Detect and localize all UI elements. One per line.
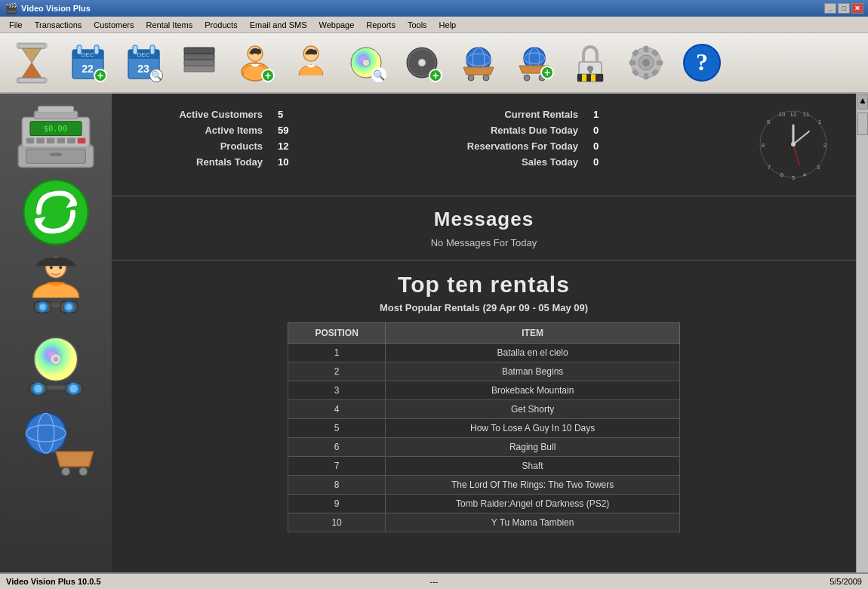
sidebar-register[interactable]: $0.00 [14, 101, 97, 169]
scrollbar-thumb[interactable] [857, 113, 868, 135]
svg-point-28 [313, 53, 315, 55]
sales-today-value: 0 [593, 156, 623, 168]
svg-point-30 [362, 59, 370, 66]
table-row: 1Batalla en el cielo [288, 344, 680, 362]
svg-point-102 [62, 467, 70, 476]
item-cell: Get Shorty [386, 400, 680, 419]
main-layout: $0.00 [0, 94, 868, 572]
status-date: 5/5/2009 [577, 577, 862, 586]
menu-products[interactable]: Products [199, 19, 243, 31]
svg-rect-73 [78, 138, 85, 143]
new-customer-button[interactable]: + [229, 37, 281, 88]
menu-webpage[interactable]: Webpage [312, 19, 360, 31]
active-customers-value: 5 [278, 109, 308, 120]
cash-register-icon: $0.00 [14, 101, 97, 169]
svg-point-91 [54, 357, 58, 362]
svg-point-38 [483, 75, 489, 81]
table-row: 6Raging Bull [288, 438, 680, 457]
disc-binoculars-icon [14, 332, 97, 400]
stats-section: Active Customers 5 Active Items 59 Produ… [112, 94, 856, 196]
cart-search-icon [459, 43, 498, 82]
svg-rect-54 [629, 60, 636, 65]
svg-rect-77 [38, 106, 73, 113]
hourglass-icon [13, 42, 51, 84]
scrollbar[interactable]: ▲ [856, 94, 868, 572]
active-items-label: Active Items [127, 125, 263, 136]
settings-icon [626, 43, 666, 82]
help-icon: ? [682, 43, 722, 82]
restore-button[interactable]: □ [838, 3, 850, 14]
rentals-section: Top ten rentals Most Popular Rentals (29… [112, 261, 856, 544]
svg-rect-53 [644, 73, 648, 79]
sidebar-search-disc[interactable] [14, 332, 97, 400]
svg-rect-7 [94, 45, 99, 54]
sidebar-search-customer[interactable] [14, 255, 97, 323]
returns-button[interactable] [174, 37, 225, 88]
security-button[interactable] [565, 37, 616, 88]
svg-point-23 [251, 53, 254, 55]
table-row: 2Batman Begins [288, 362, 680, 381]
svg-text:6: 6 [780, 171, 784, 178]
menu-reports[interactable]: Reports [360, 19, 402, 31]
stat-rentals-due: Rentals Due Today 0 [442, 125, 623, 136]
svg-text:11: 11 [803, 111, 810, 118]
hourglass-button[interactable] [6, 37, 57, 88]
svg-text:7: 7 [768, 164, 771, 171]
help-button[interactable]: ? [676, 37, 728, 88]
add-rental-button[interactable]: 22 DEC + [62, 37, 113, 88]
settings-button[interactable] [620, 37, 672, 88]
svg-rect-96 [47, 386, 66, 390]
status-bar: Video Vision Plus 10.0.5 --- 5/5/2009 [0, 572, 868, 589]
svg-point-103 [79, 467, 88, 476]
svg-point-27 [307, 53, 309, 55]
svg-point-61 [642, 59, 650, 66]
customer-edit-icon [292, 43, 330, 82]
disc-search-button[interactable]: 🔍 [341, 37, 392, 88]
sidebar-cart[interactable] [14, 409, 97, 477]
stat-current-rentals: Current Rentals 1 [442, 109, 623, 120]
cart-search-button[interactable] [453, 37, 504, 88]
svg-point-97 [34, 385, 42, 393]
disc-add-button[interactable]: + [397, 37, 448, 88]
search-rental-button[interactable]: 23 DEC 🔍 [118, 37, 169, 88]
table-row: 7Shaft [288, 457, 680, 476]
edit-customer-button[interactable] [285, 37, 337, 88]
search-customer-icon [14, 255, 97, 323]
menu-email-sms[interactable]: Email and SMS [244, 19, 313, 31]
col-item: ITEM [386, 323, 680, 344]
title-bar: 🎬 Video Vision Plus _ □ ✕ [0, 0, 868, 17]
svg-point-32 [418, 59, 426, 66]
table-row: 9Tomb Raider:Angel of Darkness (PS2) [288, 495, 680, 513]
svg-rect-52 [644, 46, 648, 52]
item-cell: Brokeback Mountain [386, 381, 680, 400]
minimize-button[interactable]: _ [824, 3, 836, 14]
cart-add-button[interactable]: + [509, 37, 560, 88]
svg-point-37 [468, 75, 474, 81]
rentals-due-label: Rentals Due Today [442, 125, 578, 136]
clock-icon: 12 1 2 3 4 5 6 7 8 9 10 11 [758, 109, 830, 180]
sidebar: $0.00 [0, 94, 112, 572]
lock-icon [571, 42, 609, 84]
svg-rect-2 [17, 43, 47, 48]
menu-tools[interactable]: Tools [402, 19, 433, 31]
close-button[interactable]: ✕ [851, 3, 863, 14]
menu-transactions[interactable]: Transactions [29, 19, 88, 31]
item-cell: Batalla en el cielo [386, 344, 680, 362]
rentals-due-value: 0 [593, 125, 623, 136]
item-cell: Tomb Raider:Angel of Darkness (PS2) [386, 495, 680, 513]
scrollbar-up[interactable]: ▲ [857, 94, 868, 109]
app-icon: 🎬 [5, 2, 17, 14]
svg-point-81 [59, 266, 62, 269]
toolbar: 22 DEC + 23 DEC 🔍 [0, 33, 868, 94]
menu-rental-items[interactable]: Rental Items [140, 19, 199, 31]
svg-rect-18 [184, 54, 214, 60]
sidebar-refresh[interactable] [14, 178, 97, 246]
current-rentals-value: 1 [593, 109, 623, 120]
svg-rect-17 [184, 60, 214, 66]
position-cell: 4 [288, 400, 386, 419]
status-mid: --- [291, 577, 577, 586]
item-cell: Raging Bull [386, 438, 680, 457]
menu-help[interactable]: Help [433, 19, 463, 31]
menu-customers[interactable]: Customers [88, 19, 140, 31]
menu-file[interactable]: File [3, 19, 29, 31]
